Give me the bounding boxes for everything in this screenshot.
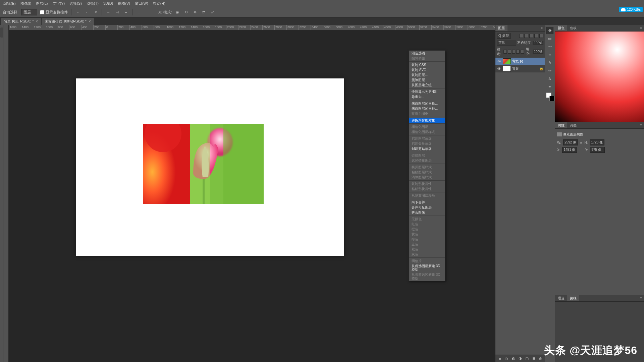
layer-kind-filter[interactable]: Q 类型 (497, 33, 511, 39)
panel-menu-icon[interactable]: ≡ (638, 296, 644, 300)
tab-swatches[interactable]: 色板 (567, 25, 579, 31)
more-align-icon[interactable]: ⋯ (145, 9, 151, 15)
opacity-value[interactable]: 100% (533, 41, 543, 45)
layer-row[interactable]: 👁 背景 拷 (495, 58, 545, 65)
lock-transparent-icon[interactable] (503, 50, 507, 54)
move-tool-icon[interactable]: ✥ (546, 27, 553, 34)
filter-shape-icon[interactable] (534, 34, 538, 38)
3d-orbit-icon[interactable]: ◉ (174, 9, 180, 15)
panel-menu-icon[interactable]: ≡ (539, 26, 545, 30)
background-swatch[interactable] (549, 96, 555, 101)
tool-expand-grip[interactable] (0, 27, 3, 38)
filter-smart-icon[interactable] (539, 34, 543, 38)
menu-3d[interactable]: 3D(D) (101, 1, 115, 6)
lock-artboard-icon[interactable] (516, 50, 520, 54)
tab-layers[interactable]: 图层 (495, 25, 507, 31)
close-icon[interactable]: × (36, 19, 38, 24)
context-menu-item[interactable]: 复制 SVG (409, 67, 445, 72)
visibility-eye-icon[interactable]: 👁 (497, 59, 501, 63)
link-wh-icon[interactable]: ∞ (580, 141, 582, 144)
menu-help[interactable]: 帮助(H) (151, 0, 167, 7)
menu-edit[interactable]: 编辑(E) (1, 0, 18, 7)
link-layers-icon[interactable]: ∞ (498, 356, 502, 361)
layer-name[interactable]: 背景 (512, 66, 519, 71)
layer-name[interactable]: 背景 拷 (512, 59, 523, 64)
menu-layer[interactable]: 图层(L) (34, 0, 50, 7)
layer-fx-icon[interactable]: fx (504, 356, 509, 361)
blend-mode-dropdown[interactable]: 正常 (497, 40, 516, 46)
document-tab-1[interactable]: 背景 拷贝, RGB/8) * × (1, 18, 41, 25)
lasso-tool-icon[interactable]: 〰 (546, 43, 553, 50)
tab-adjustments[interactable]: 调整 (567, 122, 579, 128)
context-menu-item[interactable]: 创建剪贴蒙版 (409, 146, 445, 151)
ruler-corner[interactable] (3, 25, 9, 30)
ruler-horizontal[interactable]: 1600140012001000800600400200020040060080… (9, 25, 495, 30)
context-menu-item[interactable]: 快速导出为 PNG (409, 89, 445, 94)
y-value[interactable]: 975 像 (590, 147, 605, 153)
new-group-icon[interactable]: ▢ (525, 356, 529, 361)
cloud-sync-badge[interactable]: 120 KB/s (619, 7, 643, 12)
align-left-icon[interactable]: ⫟ (75, 9, 81, 15)
new-layer-icon[interactable]: ⊞ (531, 356, 536, 361)
document-tab-2[interactable]: 未标题-1 @ 100%(RGB/8) * × (42, 18, 94, 25)
panel-menu-icon[interactable]: ≡ (638, 123, 644, 127)
auto-select-dropdown[interactable]: 图层 (21, 9, 37, 15)
context-menu-item[interactable]: 混合选项... (409, 51, 445, 56)
lock-pixels-icon[interactable] (508, 50, 511, 54)
color-picker-field[interactable] (555, 32, 644, 122)
menu-image[interactable]: 图像(I) (18, 0, 33, 7)
lock-all-icon[interactable] (521, 50, 524, 54)
layer-thumbnail[interactable] (503, 58, 511, 64)
distribute-h-icon[interactable]: ⋮ (136, 9, 142, 15)
eyedropper-tool-icon[interactable]: ✎ (546, 59, 553, 66)
3d-pan-icon[interactable]: ✥ (192, 9, 198, 15)
crop-tool-icon[interactable]: ⌗ (546, 51, 553, 58)
x-value[interactable]: 1451 像 (562, 147, 577, 153)
menu-type[interactable]: 文字(Y) (51, 0, 67, 7)
3d-scale-icon[interactable]: ⤢ (209, 9, 215, 15)
align-middle-icon[interactable]: ⫣ (114, 9, 120, 15)
height-value[interactable]: 1728 像 (590, 139, 604, 145)
new-adjustment-icon[interactable]: ◑ (518, 356, 523, 361)
panel-menu-icon[interactable]: ≡ (638, 26, 644, 30)
3d-roll-icon[interactable]: ↻ (183, 9, 189, 15)
visibility-eye-icon[interactable]: 👁 (497, 67, 501, 71)
context-menu-item[interactable]: 复制图层... (409, 72, 445, 77)
3d-slide-icon[interactable]: ⇄ (201, 9, 207, 15)
filter-pixel-icon[interactable] (519, 34, 523, 38)
filter-type-icon[interactable] (529, 34, 533, 38)
layer-row[interactable]: 👁 背景 🔒 (495, 65, 545, 72)
context-menu-item[interactable]: 从图层建立组... (409, 82, 445, 87)
brush-tool-icon[interactable]: ✏ (546, 67, 553, 74)
context-menu-item[interactable]: 导出为... (409, 94, 445, 99)
lock-position-icon[interactable] (512, 50, 516, 54)
context-menu-item[interactable]: 来自图层的画框... (409, 106, 445, 111)
placed-image[interactable] (143, 124, 264, 204)
menu-select[interactable]: 选择(S) (67, 0, 84, 7)
layer-mask-icon[interactable]: ◐ (511, 356, 516, 361)
filter-adjust-icon[interactable] (524, 34, 528, 38)
color-swatches[interactable] (546, 93, 555, 101)
context-menu-item[interactable]: 从所选图层新建 3D 模型 (409, 263, 445, 272)
ruler-vertical[interactable] (3, 30, 9, 362)
close-icon[interactable]: × (89, 19, 91, 24)
tab-channels[interactable]: 通道 (555, 295, 567, 301)
context-menu-item[interactable]: 转换为智能对象 (409, 118, 445, 123)
align-top-icon[interactable]: ⫢ (105, 9, 111, 15)
align-right-icon[interactable]: ⫡ (92, 9, 98, 15)
type-tool-icon[interactable]: A (546, 75, 553, 82)
context-menu-item[interactable]: 复制 CSS (409, 62, 445, 67)
lock-icon[interactable]: 🔒 (539, 67, 543, 70)
width-value[interactable]: 2592 像 (563, 139, 578, 145)
layer-thumbnail[interactable] (503, 66, 511, 72)
context-menu-item[interactable]: 合并可见图层 (409, 205, 445, 210)
align-center-h-icon[interactable]: ⫠ (84, 9, 90, 15)
menu-view[interactable]: 视图(V) (116, 0, 132, 7)
align-bottom-icon[interactable]: ⫤ (123, 9, 129, 15)
fill-value[interactable]: 100% (533, 50, 543, 54)
menu-window[interactable]: 窗口(W) (133, 0, 150, 7)
context-menu-item[interactable]: 向下合并 (409, 200, 445, 205)
canvas-document[interactable] (76, 78, 344, 256)
context-menu-item[interactable]: 删除图层 (409, 77, 445, 82)
tab-paths[interactable]: 路径 (567, 295, 579, 301)
